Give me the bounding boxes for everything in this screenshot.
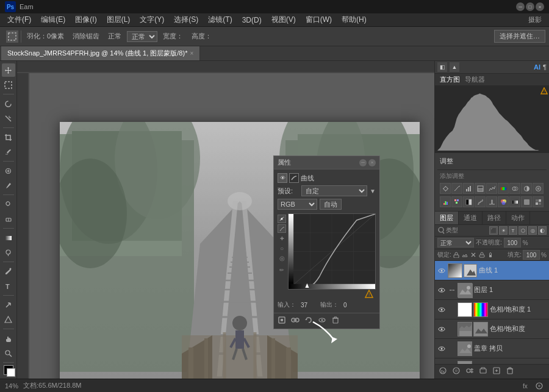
- main-tab[interactable]: StockSnap_JMRRS4PFRH.jpg @ 14% (曲线 1, 图层…: [1, 46, 200, 60]
- layer-delete-btn[interactable]: [506, 366, 514, 377]
- curve-graph[interactable]: [288, 213, 376, 290]
- channels-tab[interactable]: 通道: [459, 212, 483, 224]
- select-mask-btn[interactable]: 选择并遮住…: [494, 30, 545, 43]
- layer-visibility-toggle[interactable]: [437, 325, 446, 333]
- auto-btn[interactable]: 自动: [320, 199, 342, 210]
- channel-select[interactable]: RGB 红 绿 蓝: [278, 199, 317, 210]
- layer-visibility-toggle[interactable]: [437, 305, 446, 314]
- anti-alias-label[interactable]: 消除锯齿: [70, 30, 102, 42]
- adj-bw[interactable]: [521, 183, 532, 194]
- lock-all-icon[interactable]: [487, 251, 494, 258]
- curves-header-controls[interactable]: ─ ×: [359, 159, 376, 166]
- close-btn[interactable]: ×: [536, 2, 544, 11]
- menu-filter[interactable]: 滤镜(T): [203, 13, 237, 26]
- menu-help[interactable]: 帮助(H): [337, 13, 371, 26]
- tool-dodge[interactable]: [2, 246, 15, 259]
- layer-adj-btn[interactable]: [465, 366, 474, 377]
- layer-fx-btn[interactable]: fx: [439, 366, 447, 377]
- adj-gradient-map[interactable]: [509, 196, 520, 207]
- style-select[interactable]: 正常: [127, 31, 157, 42]
- opacity-input[interactable]: [504, 238, 521, 248]
- layer-new-btn[interactable]: [492, 366, 501, 377]
- tool-brush[interactable]: [2, 179, 15, 192]
- tool-eraser[interactable]: [2, 212, 15, 226]
- lock-pos-icon[interactable]: [478, 251, 486, 258]
- menu-text[interactable]: 文字(Y): [135, 13, 169, 26]
- menu-window[interactable]: 窗口(W): [301, 13, 337, 26]
- actions-tab[interactable]: 动作: [506, 212, 530, 224]
- curves-icon-clip[interactable]: [278, 316, 286, 326]
- paths-tab[interactable]: 路径: [483, 212, 506, 224]
- tool-magic-wand[interactable]: [2, 112, 15, 125]
- curves-collapse-btn[interactable]: ─: [359, 159, 367, 166]
- preset-select[interactable]: 自定: [301, 185, 367, 196]
- adj-colorbalance[interactable]: [509, 183, 520, 194]
- adj-brightness[interactable]: [440, 183, 451, 194]
- panel-icon-2[interactable]: ▲: [450, 62, 459, 72]
- tool-lasso[interactable]: [2, 97, 15, 110]
- layer-item[interactable]: 背景: [435, 358, 549, 364]
- menu-view[interactable]: 视图(V): [267, 13, 301, 26]
- curve-tool-draw[interactable]: [278, 224, 286, 233]
- curves-close-btn[interactable]: ×: [368, 159, 376, 166]
- adj-channelmixer[interactable]: [440, 196, 451, 207]
- tab-close-btn[interactable]: ×: [190, 50, 193, 57]
- maximize-btn[interactable]: □: [526, 2, 534, 11]
- layer-mask-btn[interactable]: [452, 366, 461, 377]
- circle-icon[interactable]: [534, 381, 544, 391]
- para-icon[interactable]: ¶: [543, 63, 547, 71]
- curve-tool-sample[interactable]: ✚: [278, 234, 286, 243]
- adj-invert[interactable]: [463, 196, 474, 207]
- adj-hsl[interactable]: [498, 183, 509, 194]
- tool-gradient[interactable]: [2, 231, 15, 244]
- fill-input[interactable]: [523, 250, 540, 260]
- layer-item[interactable]: 盖章 拷贝: [435, 339, 549, 358]
- layer-group-btn[interactable]: [479, 366, 487, 377]
- curve-tool-plus[interactable]: ◎: [278, 254, 286, 262]
- curve-type-icon[interactable]: [289, 173, 299, 183]
- curves-icon-link[interactable]: [291, 316, 300, 326]
- menu-layer[interactable]: 图层(L): [102, 13, 135, 26]
- adj-vibrance[interactable]: [486, 183, 497, 194]
- filter-pixel[interactable]: ⬛: [489, 226, 498, 235]
- layer-item[interactable]: 图层 1: [435, 280, 549, 300]
- adj-threshold[interactable]: [486, 196, 497, 207]
- lock-image-icon[interactable]: [461, 251, 468, 258]
- background-color[interactable]: [7, 368, 15, 377]
- adj-pattern[interactable]: [533, 196, 544, 207]
- layer-visibility-toggle[interactable]: [437, 266, 446, 275]
- curve-tool-point[interactable]: [278, 215, 286, 223]
- layer-visibility-toggle[interactable]: [437, 344, 446, 353]
- ai-icon[interactable]: AI: [534, 63, 540, 71]
- curve-eye-icon[interactable]: 👁: [278, 173, 287, 183]
- lock-trans-icon[interactable]: [453, 251, 460, 258]
- tool-move[interactable]: [2, 63, 15, 77]
- layer-item[interactable]: 曲线 1: [435, 261, 549, 280]
- curve-tool-minus[interactable]: ○: [278, 244, 286, 252]
- tool-hand[interactable]: [2, 332, 15, 345]
- menu-edit[interactable]: 编辑(E): [36, 13, 70, 26]
- fx-icon[interactable]: fx: [522, 381, 532, 391]
- navigator-tab[interactable]: 导航器: [462, 75, 487, 84]
- adj-levels[interactable]: [463, 183, 474, 194]
- foreground-color[interactable]: [4, 365, 13, 375]
- lock-art-icon[interactable]: [470, 251, 477, 258]
- tool-eyedropper[interactable]: [2, 145, 15, 159]
- tool-heal[interactable]: [2, 164, 15, 177]
- tool-clone[interactable]: [2, 198, 15, 211]
- menu-file[interactable]: 文件(F): [2, 13, 36, 26]
- filter-adjust[interactable]: ☀: [499, 226, 508, 235]
- filter-type[interactable]: T: [509, 226, 517, 235]
- panel-icon-1[interactable]: ◧: [437, 62, 447, 72]
- blend-mode-select[interactable]: 正常: [437, 238, 474, 248]
- layer-item[interactable]: 色相/饱和度: [435, 319, 549, 339]
- layers-tab[interactable]: 图层: [435, 212, 459, 224]
- tool-select-rect[interactable]: [2, 78, 15, 91]
- menu-3d[interactable]: 3D(D): [237, 15, 267, 26]
- tool-path-select[interactable]: [2, 298, 15, 312]
- menu-image[interactable]: 图像(I): [70, 13, 101, 26]
- layer-item[interactable]: 色相/饱和度 1: [435, 300, 549, 319]
- window-controls[interactable]: ─ □ ×: [516, 2, 544, 11]
- filter-smart[interactable]: ◎: [528, 226, 537, 235]
- menu-select[interactable]: 选择(S): [169, 13, 203, 26]
